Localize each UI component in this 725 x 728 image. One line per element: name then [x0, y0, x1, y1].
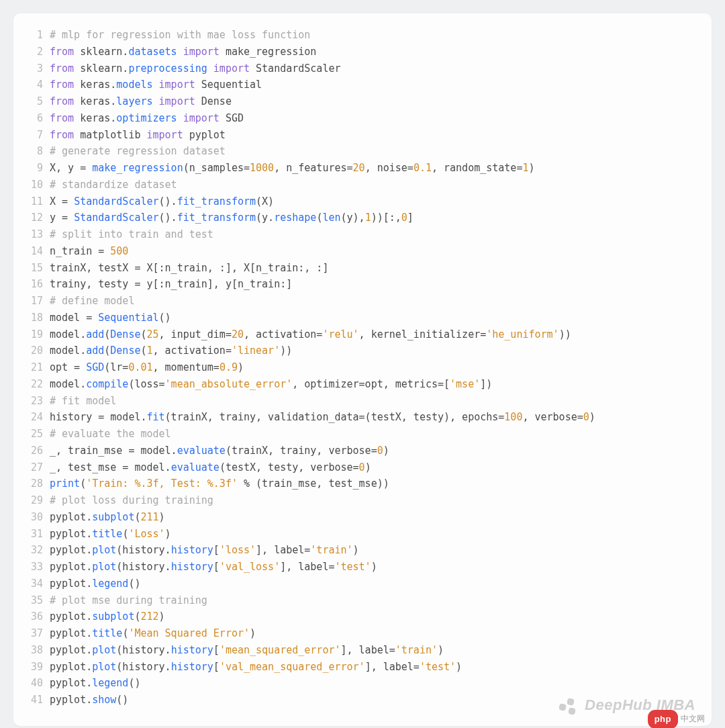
code-content: from sklearn.datasets import make_regres…	[50, 44, 316, 60]
line-number: 26	[15, 443, 50, 459]
code-content: pyplot.plot(history.history['loss'], lab…	[50, 542, 359, 559]
code-content: trainy, testy = y[:n_train], y[n_train:]	[50, 276, 292, 293]
line-number: 8	[15, 143, 50, 160]
line-number: 38	[15, 642, 50, 659]
code-line: 18model = Sequential()	[15, 310, 699, 326]
line-number: 28	[15, 475, 50, 492]
code-line: 4from keras.models import Sequential	[15, 77, 699, 93]
code-content: pyplot.title('Mean Squared Error')	[50, 625, 256, 642]
code-line: 16trainy, testy = y[:n_train], y[n_train…	[15, 276, 699, 293]
line-number: 6	[15, 110, 50, 127]
php-suffix: 中文网	[681, 713, 705, 726]
code-content: # define model	[50, 293, 134, 310]
code-line: 31pyplot.title('Loss')	[15, 526, 699, 543]
line-number: 2	[15, 44, 50, 60]
code-line: 34pyplot.legend()	[15, 576, 699, 592]
code-content: # split into train and test	[50, 226, 213, 243]
code-content: # plot loss during training	[50, 492, 213, 509]
line-number: 25	[15, 426, 50, 443]
code-content: X = StandardScaler().fit_transform(X)	[50, 193, 274, 210]
code-line: 17# define model	[15, 293, 699, 310]
line-number: 35	[15, 592, 50, 609]
line-number: 7	[15, 127, 50, 144]
line-number: 36	[15, 608, 50, 625]
code-line: 7from matplotlib import pyplot	[15, 127, 699, 144]
code-content: trainX, testX = X[:n_train, :], X[n_trai…	[50, 260, 328, 277]
code-content: # generate regression dataset	[50, 143, 226, 160]
code-line: 19model.add(Dense(25, input_dim=20, acti…	[15, 326, 699, 343]
code-line: 22model.compile(loss='mean_absolute_erro…	[15, 376, 699, 393]
code-content: model.add(Dense(1, activation='linear'))	[50, 343, 292, 359]
line-number: 34	[15, 576, 50, 592]
code-content: # fit model	[50, 393, 116, 410]
line-number: 31	[15, 526, 50, 543]
code-content: pyplot.title('Loss')	[50, 526, 171, 543]
code-content: print('Train: %.3f, Test: %.3f' % (train…	[50, 475, 389, 492]
code-content: n_train = 500	[50, 243, 128, 260]
line-number: 29	[15, 492, 50, 509]
code-line: 20model.add(Dense(1, activation='linear'…	[15, 343, 699, 359]
wechat-icon	[559, 698, 578, 713]
code-line: 35# plot mse during training	[15, 592, 699, 609]
line-number: 21	[15, 359, 50, 376]
line-number: 1	[15, 27, 50, 44]
line-number: 5	[15, 93, 50, 110]
code-line: 11X = StandardScaler().fit_transform(X)	[15, 193, 699, 210]
code-line: 26_, train_mse = model.evaluate(trainX, …	[15, 443, 699, 459]
code-line: 28print('Train: %.3f, Test: %.3f' % (tra…	[15, 475, 699, 492]
line-number: 33	[15, 559, 50, 576]
line-number: 37	[15, 625, 50, 642]
code-content: pyplot.plot(history.history['val_mean_sq…	[50, 659, 462, 676]
code-content: _, test_mse = model.evaluate(testX, test…	[50, 459, 371, 476]
code-line: 36pyplot.subplot(212)	[15, 608, 699, 625]
code-line: 30pyplot.subplot(211)	[15, 509, 699, 526]
code-line: 27_, test_mse = model.evaluate(testX, te…	[15, 459, 699, 476]
code-line: 8# generate regression dataset	[15, 143, 699, 160]
code-content: model = Sequential()	[50, 310, 171, 326]
code-line: 29# plot loss during training	[15, 492, 699, 509]
code-content: from sklearn.preprocessing import Standa…	[50, 60, 341, 77]
code-content: from keras.optimizers import SGD	[50, 110, 244, 127]
php-badge: php 中文网	[648, 710, 705, 728]
code-content: X, y = make_regression(n_samples=1000, n…	[50, 160, 535, 177]
php-pill: php	[648, 710, 678, 728]
code-line: 21opt = SGD(lr=0.01, momentum=0.9)	[15, 359, 699, 376]
code-line: 12y = StandardScaler().fit_transform(y.r…	[15, 210, 699, 226]
code-content: pyplot.plot(history.history['mean_square…	[50, 642, 444, 659]
code-line: 38pyplot.plot(history.history['mean_squa…	[15, 642, 699, 659]
code-line: 39pyplot.plot(history.history['val_mean_…	[15, 659, 699, 676]
line-number: 20	[15, 343, 50, 359]
line-number: 18	[15, 310, 50, 326]
code-line: 37pyplot.title('Mean Squared Error')	[15, 625, 699, 642]
code-content: # mlp for regression with mae loss funct…	[50, 27, 310, 44]
line-number: 11	[15, 193, 50, 210]
line-number: 17	[15, 293, 50, 310]
line-number: 41	[15, 692, 50, 709]
code-line: 10# standardize dataset	[15, 177, 699, 193]
code-line: 3from sklearn.preprocessing import Stand…	[15, 60, 699, 77]
code-line: 6from keras.optimizers import SGD	[15, 110, 699, 127]
code-content: from keras.layers import Dense	[50, 93, 232, 110]
code-content: pyplot.legend()	[50, 675, 140, 692]
line-number: 4	[15, 77, 50, 93]
code-content: pyplot.plot(history.history['val_loss'],…	[50, 559, 377, 576]
code-content: from keras.models import Sequential	[50, 77, 262, 93]
line-number: 40	[15, 675, 50, 692]
code-content: # evaluate the model	[50, 426, 171, 443]
line-number: 27	[15, 459, 50, 476]
line-number: 12	[15, 210, 50, 226]
line-number: 19	[15, 326, 50, 343]
code-line: 33pyplot.plot(history.history['val_loss'…	[15, 559, 699, 576]
code-content: _, train_mse = model.evaluate(trainX, tr…	[50, 443, 389, 459]
code-line: 15trainX, testX = X[:n_train, :], X[n_tr…	[15, 260, 699, 277]
code-line: 13# split into train and test	[15, 226, 699, 243]
code-content: # plot mse during training	[50, 592, 207, 609]
code-line: 23# fit model	[15, 393, 699, 410]
code-content: pyplot.show()	[50, 692, 128, 709]
code-content: model.add(Dense(25, input_dim=20, activa…	[50, 326, 571, 343]
line-number: 16	[15, 276, 50, 293]
code-line: 5from keras.layers import Dense	[15, 93, 699, 110]
line-number: 39	[15, 659, 50, 676]
code-line: 32pyplot.plot(history.history['loss'], l…	[15, 542, 699, 559]
code-content: y = StandardScaler().fit_transform(y.res…	[50, 210, 414, 226]
